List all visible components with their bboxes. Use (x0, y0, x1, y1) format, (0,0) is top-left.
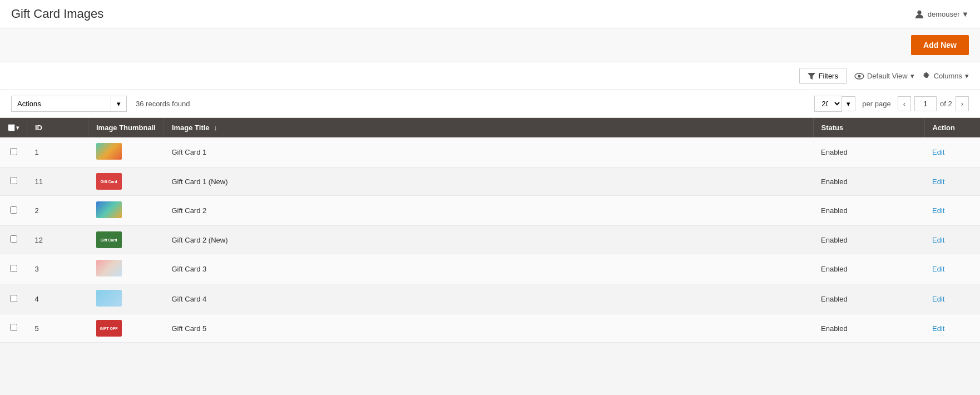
thumbnail-image (96, 260, 122, 276)
actions-dropdown-button[interactable]: ▾ (111, 96, 127, 112)
row-id: 12 (27, 226, 88, 254)
row-thumbnail: Gift Card (88, 226, 164, 254)
eye-icon (854, 73, 864, 80)
col-title[interactable]: Image Title ↓ (164, 118, 813, 137)
row-status: Enabled (813, 254, 924, 284)
row-thumbnail (88, 254, 164, 284)
row-id: 1 (27, 137, 88, 167)
row-status: Enabled (813, 167, 924, 196)
table-row: 4 Gift Card 4 Enabled Edit (0, 284, 980, 314)
row-status: Enabled (813, 137, 924, 167)
col-action: Action (924, 118, 980, 137)
row-id: 2 (27, 196, 88, 226)
col-id: ID (27, 118, 88, 137)
edit-link[interactable]: Edit (932, 295, 944, 303)
row-status: Enabled (813, 196, 924, 226)
row-thumbnail (88, 284, 164, 314)
add-new-button[interactable]: Add New (911, 35, 969, 55)
row-checkbox[interactable] (10, 324, 17, 331)
row-id: 5 (27, 314, 88, 343)
filter-icon (808, 73, 815, 80)
row-action: Edit (924, 226, 980, 254)
row-id: 11 (27, 167, 88, 196)
row-checkbox[interactable] (10, 177, 17, 184)
filters-label: Filters (819, 72, 838, 80)
table-row: 2 Gift Card 2 Enabled Edit (0, 196, 980, 226)
svg-point-0 (917, 11, 921, 14)
row-action: Edit (924, 254, 980, 284)
thumbnail-image: Gift Card (96, 231, 122, 248)
thumbnail-image (96, 143, 122, 160)
table-row: 3 Gift Card 3 Enabled Edit (0, 254, 980, 284)
row-action: Edit (924, 314, 980, 343)
row-checkbox-cell (0, 196, 27, 226)
edit-link[interactable]: Edit (932, 324, 944, 333)
of-pages-label: of 2 (940, 100, 952, 108)
row-checkbox[interactable] (10, 295, 17, 302)
row-id: 4 (27, 284, 88, 314)
row-thumbnail (88, 196, 164, 226)
edit-link[interactable]: Edit (932, 148, 944, 156)
actions-select-wrap: Actions ▾ (11, 96, 127, 112)
row-checkbox[interactable] (10, 265, 17, 272)
row-thumbnail: Gift Card (88, 167, 164, 196)
edit-link[interactable]: Edit (932, 236, 944, 244)
thumbnail-image: Gift Card (96, 173, 122, 190)
table-row: 11 Gift Card Gift Card 1 (New) Enabled E… (0, 167, 980, 196)
row-checkbox-cell (0, 254, 27, 284)
next-page-button[interactable]: › (956, 96, 969, 111)
filters-button[interactable]: Filters (799, 68, 847, 84)
row-action: Edit (924, 196, 980, 226)
row-checkbox-cell (0, 314, 27, 343)
edit-link[interactable]: Edit (932, 206, 944, 215)
actions-bar: Actions ▾ 36 records found 20 50 100 ▾ p… (0, 90, 980, 118)
columns-selector[interactable]: Columns ▾ (922, 72, 969, 81)
user-name: demouser ▼ (928, 10, 969, 18)
default-view-label: Default View (867, 72, 908, 80)
current-page-input[interactable] (914, 96, 937, 111)
row-checkbox[interactable] (10, 206, 17, 214)
row-action: Edit (924, 137, 980, 167)
row-thumbnail: GIFT OFF (88, 314, 164, 343)
data-table: ▾ ID Image Thumbnail Image Title ↓ Statu… (0, 118, 980, 343)
svg-point-3 (858, 75, 860, 77)
row-checkbox[interactable] (10, 235, 17, 243)
table-row: 5 GIFT OFF Gift Card 5 Enabled Edit (0, 314, 980, 343)
pagination-wrap: 20 50 100 ▾ per page ‹ of 2 › (814, 96, 969, 112)
table-row: 1 Gift Card 1 Enabled Edit (0, 137, 980, 167)
row-checkbox-cell (0, 137, 27, 167)
filter-bar: Filters Default View ▾ Columns ▾ (0, 62, 980, 90)
row-title: Gift Card 2 (New) (164, 226, 813, 254)
columns-label: Columns (934, 72, 962, 80)
row-status: Enabled (813, 226, 924, 254)
row-thumbnail (88, 137, 164, 167)
col-status: Status (813, 118, 924, 137)
edit-link[interactable]: Edit (932, 265, 944, 273)
thumbnail-image: GIFT OFF (96, 320, 122, 337)
row-checkbox-cell (0, 284, 27, 314)
row-checkbox-cell (0, 226, 27, 254)
edit-link[interactable]: Edit (932, 177, 944, 186)
row-title: Gift Card 3 (164, 254, 813, 284)
default-view-selector[interactable]: Default View ▾ (854, 72, 914, 80)
per-page-label: per page (862, 100, 890, 108)
select-all-chevron[interactable]: ▾ (16, 125, 19, 131)
select-all-checkbox[interactable] (8, 124, 15, 131)
per-page-arrow-button[interactable]: ▾ (842, 96, 855, 111)
per-page-select[interactable]: 20 50 100 (814, 96, 842, 112)
user-icon (914, 9, 924, 19)
gear-icon (922, 72, 931, 81)
row-title: Gift Card 5 (164, 314, 813, 343)
table-row: 12 Gift Card Gift Card 2 (New) Enabled E… (0, 226, 980, 254)
user-menu[interactable]: demouser ▼ (914, 9, 969, 19)
records-count: 36 records found (136, 100, 805, 108)
row-action: Edit (924, 167, 980, 196)
table-body: 1 Gift Card 1 Enabled Edit 11 Gift Card … (0, 137, 980, 343)
toolbar-bar: Add New (0, 28, 980, 62)
actions-select[interactable]: Actions (11, 96, 111, 112)
row-checkbox[interactable] (10, 148, 17, 155)
thumbnail-image (96, 201, 122, 218)
prev-page-button[interactable]: ‹ (898, 96, 911, 111)
row-id: 3 (27, 254, 88, 284)
page-title: Gift Card Images (11, 7, 103, 21)
